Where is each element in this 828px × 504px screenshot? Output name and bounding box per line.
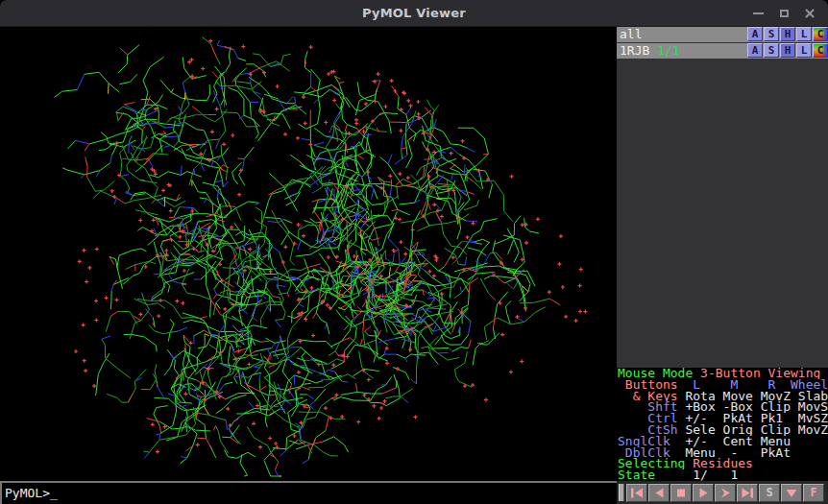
mouse-panel-text: Menu - PkAt [685, 447, 791, 459]
mouse-mode-panel: Mouse Mode 3-Button Viewing Buttons L M … [617, 368, 828, 481]
window-controls: × [749, 0, 818, 27]
mouse-panel-text: Buttons [618, 379, 685, 391]
mouse-panel-text: Ctrl [618, 413, 685, 424]
mouse-panel-text: Mouse Mode [618, 368, 700, 379]
object-row-all[interactable]: allASHLC [617, 27, 828, 42]
molecule-render [0, 27, 617, 481]
go-to-end-button[interactable] [737, 484, 758, 502]
play-button[interactable] [693, 484, 714, 502]
mouse-panel-text: Residues [693, 458, 753, 469]
mouse-panel-line-8[interactable]: Selecting Residues [618, 458, 828, 469]
1RJB-button-L[interactable]: L [796, 43, 812, 58]
mouse-panel-text: L M R Wheel [685, 379, 828, 391]
mouse-panel-line-6: SnglClk +/- Cent Menu [618, 436, 828, 447]
water-crosses [74, 39, 587, 454]
mouse-panel-line-0[interactable]: Mouse Mode 3-Button Viewing [618, 368, 828, 379]
skip-back-icon [628, 487, 645, 499]
maximize-icon [780, 10, 789, 17]
close-button[interactable]: × [801, 5, 818, 22]
mouse-panel-text: 3-Button Viewing [700, 368, 820, 379]
all-button-S[interactable]: S [764, 27, 779, 41]
down-triangle-icon [783, 487, 800, 499]
fullscreen-button[interactable]: F [803, 484, 824, 502]
object-state: 1/1 [657, 43, 679, 58]
mouse-panel-text: Shft [618, 401, 685, 413]
rock-button[interactable] [781, 484, 802, 502]
back-icon [650, 487, 668, 499]
command-line[interactable]: PyMOL>_ [0, 481, 617, 504]
forward-icon [717, 487, 734, 499]
mouse-panel-text: Sele Orig Clip MovZ [685, 424, 828, 436]
step-forward-button[interactable] [715, 484, 736, 502]
play-icon [694, 487, 712, 499]
mouse-panel-line-5: CtSh Sele Orig Clip MovZ [618, 424, 828, 436]
mouse-panel-text: +/- PkAt Pk1 MvSZ [685, 413, 828, 424]
window-title: PyMOL Viewer [0, 0, 828, 27]
all-button-C[interactable]: C [813, 27, 828, 41]
movie-controls: SF [617, 481, 828, 504]
mouse-panel-line-1: Buttons L M R Wheel [618, 379, 828, 391]
command-prompt: PyMOL> [5, 486, 50, 500]
1RJB-button-S[interactable]: S [764, 43, 779, 58]
skip-forward-icon [739, 487, 756, 499]
vcr-button-group: SF [626, 484, 825, 502]
all-button-A[interactable]: A [747, 27, 763, 41]
mouse-panel-text: State [618, 469, 663, 481]
step-back-button[interactable] [648, 484, 670, 502]
go-to-start-button[interactable] [626, 484, 647, 502]
object-row-1RJB[interactable]: 1RJB 1/1ASHLC [617, 43, 828, 59]
viewport-3d[interactable] [0, 27, 617, 481]
all-button-L[interactable]: L [796, 27, 812, 41]
maximize-button[interactable] [775, 5, 792, 22]
minimize-icon [753, 12, 764, 14]
mouse-panel-text: Selecting [618, 458, 693, 469]
object-action-buttons: ASHLC [746, 43, 828, 59]
mouse-panel-text: 1/ 1 [663, 469, 738, 481]
1RJB-button-H[interactable]: H [780, 43, 795, 58]
mouse-panel-text: & Keys [618, 391, 685, 402]
mouse-panel-text: Rota Move MovZ Slab [685, 391, 828, 402]
mouse-panel-line-7: DblClk Menu - PkAt [618, 447, 828, 459]
mouse-panel-text: +Box -Box Clip MovS [685, 401, 828, 413]
mouse-panel-text: CtSh [618, 424, 685, 436]
command-cursor: _ [50, 486, 58, 500]
1RJB-button-A[interactable]: A [747, 43, 763, 58]
resize-handle[interactable] [619, 484, 624, 501]
stop-button[interactable] [670, 484, 692, 502]
object-label: all [617, 27, 642, 41]
object-label: 1RJB [617, 43, 657, 58]
object-action-buttons: ASHLC [746, 27, 828, 42]
pymol-window: PyMOL Viewer × allASHLC1RJB 1/1ASHLC Mou… [0, 0, 828, 504]
sculpt-button[interactable]: S [759, 484, 780, 502]
1RJB-button-C[interactable]: C [813, 43, 828, 58]
mouse-panel-text: SnglClk [618, 436, 685, 447]
stop-icon [672, 487, 690, 499]
mouse-panel-text: +/- Cent Menu [685, 436, 791, 447]
mouse-panel-line-2: & Keys Rota Move MovZ Slab [618, 391, 828, 402]
mouse-panel-line-4: Ctrl +/- PkAt Pk1 MvSZ [618, 413, 828, 424]
bottom-bar: PyMOL>_ SF [0, 481, 828, 504]
mouse-panel-text: DblClk [618, 447, 685, 459]
all-button-H[interactable]: H [780, 27, 795, 41]
minimize-button[interactable] [749, 5, 767, 22]
close-icon: × [803, 6, 816, 21]
titlebar[interactable]: PyMOL Viewer × [0, 0, 828, 27]
mouse-panel-line-9[interactable]: State 1/ 1 [618, 469, 828, 481]
mouse-panel-line-3: Shft +Box -Box Clip MovS [618, 401, 828, 413]
sidebar: allASHLC1RJB 1/1ASHLC Mouse Mode 3-Butto… [617, 27, 828, 481]
object-panel: allASHLC1RJB 1/1ASHLC [617, 27, 828, 60]
nitrogen-bonds [76, 40, 524, 476]
